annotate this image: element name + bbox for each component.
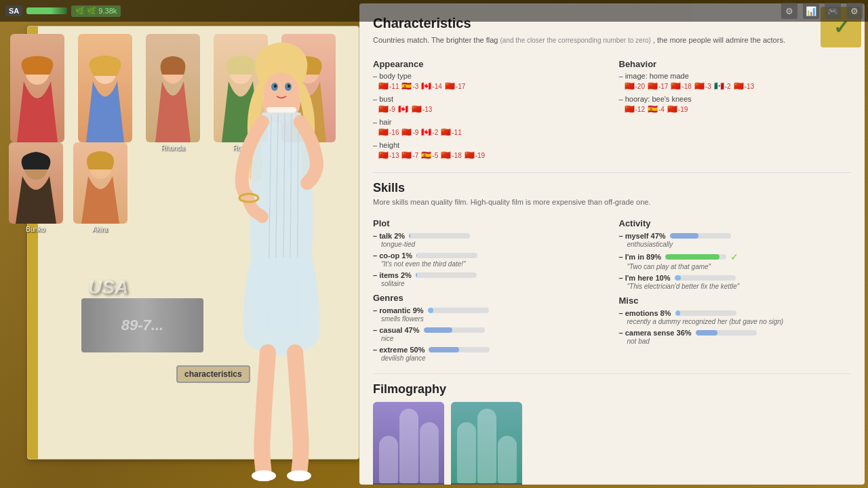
char-label-akira: Akira — [92, 226, 108, 233]
character-strip-2: Bunko Akira — [0, 136, 136, 240]
skill-imin-bar-fill — [665, 254, 719, 260]
skill-coop: – co-op 1% "It's not even the third date… — [373, 251, 606, 268]
game-icon[interactable]: 🎮 — [825, 3, 841, 19]
skill-talk-bar-row: – talk 2% — [373, 232, 606, 240]
hooray-attr: – hooray: bee's knees 🇨🇳-12 🇪🇸-4 🇨🇳-19 — [619, 95, 852, 114]
skill-imhere-desc: "This electrician'd better fix the kettl… — [627, 283, 852, 290]
skill-casual-bar-fill — [424, 327, 452, 333]
skill-extreme: – extreme 50% devilish glance — [373, 346, 606, 362]
flag-cn-2: 🇨🇳-17 — [445, 81, 465, 91]
flag-cn-14: 🇨🇳-18 — [671, 81, 691, 91]
skill-talk-bar-bg — [409, 233, 470, 239]
film-card-2[interactable]: Duck factory #2 — [451, 402, 522, 485]
flag-cn-18: 🇨🇳-19 — [667, 104, 688, 114]
skill-coop-bar-row: – co-op 1% — [373, 251, 606, 260]
flag-cn-11: 🇨🇳-19 — [465, 150, 485, 160]
char-card-akira[interactable]: Akira — [71, 142, 129, 233]
menu-icon[interactable]: ⚙ — [846, 3, 863, 19]
skill-emotions-label: – emotions 8% — [619, 309, 671, 317]
plot-column: Plot – talk 2% tongue-tied – co-op 1% — [373, 213, 606, 365]
main-character-model — [203, 20, 359, 481]
skill-imin-bar-bg — [665, 254, 726, 260]
appearance-column: Appearance – body type 🇨🇳-11 🇪🇸-3 🇨🇦-14 … — [373, 55, 606, 164]
height-attr: – height 🇨🇳-13 🇨🇳-7 🇪🇸-5 🇨🇳-18 🇨🇳-19 — [373, 141, 606, 160]
divider-2 — [373, 373, 851, 374]
skill-imin-bar-row: – I'm in 89% ✓ — [619, 251, 852, 262]
usa-label: USA — [88, 277, 128, 298]
svg-point-12 — [288, 85, 290, 88]
skill-extreme-bar-row: – extreme 50% — [373, 346, 606, 354]
flag-cn-7: 🇨🇳-11 — [441, 127, 461, 137]
flag-es-3: 🇪🇸-4 — [648, 104, 665, 114]
bust-attr: – bust 🇨🇳-9 🇨🇦 🇨🇳-13 — [373, 95, 606, 114]
hair-attr: – hair 🇨🇳-16 🇨🇳-9 🇨🇦-2 🇨🇳-11 — [373, 118, 606, 137]
checkmark-icon: ✓ — [730, 251, 738, 262]
char-label-bunko: Bunko — [26, 226, 45, 233]
skills-title: Skills — [373, 181, 851, 195]
skill-talk-desc: tongue-tied — [381, 241, 606, 248]
film-chars-2 — [457, 402, 517, 483]
film-char-shape-3 — [420, 422, 439, 483]
flag-ca-3: 🇨🇦-2 — [421, 127, 438, 137]
activity-column: Activity – myself 47% enthusiastically –… — [619, 213, 852, 365]
skill-camera-bar-row: – camera sense 36% — [619, 329, 852, 337]
skill-emotions: – emotions 8% recently a dummy recognize… — [619, 309, 852, 325]
image-label: – image: home made — [619, 72, 852, 80]
settings-icon[interactable]: ⚙ — [781, 3, 797, 19]
sa-badge: SA — [5, 5, 22, 16]
body-type-attr: – body type 🇨🇳-11 🇪🇸-3 🇨🇦-14 🇨🇳-17 — [373, 72, 606, 91]
hooray-flags: 🇨🇳-12 🇪🇸-4 🇨🇳-19 — [625, 104, 852, 114]
flag-cn-1: 🇨🇳-11 — [378, 81, 399, 91]
flag-ca-1: 🇨🇦-14 — [421, 81, 441, 91]
film-chars-1 — [379, 402, 439, 483]
skill-extreme-label: – extreme 50% — [373, 346, 425, 354]
film-row: Private Private #1 Duck factory #2 — [373, 402, 851, 485]
skill-items-label: – items 2% — [373, 271, 412, 279]
film-char-shape-2 — [399, 409, 418, 483]
skill-imin-label: – I'm in 89% — [619, 253, 662, 261]
money-display: 🌿 🌿 9.38k — [71, 5, 121, 17]
characteristics-button[interactable]: characteristics — [176, 365, 250, 383]
char-card-rhonda[interactable]: Rhonda — [142, 34, 203, 183]
char-label-rhonda: Rhonda — [161, 144, 184, 152]
skill-myself-bar-bg — [670, 233, 731, 239]
behavior-title: Behavior — [619, 59, 852, 69]
skill-coop-label: – co-op 1% — [373, 251, 412, 260]
film-card-1[interactable]: Private Private #1 — [373, 402, 444, 485]
skill-emotions-bar-fill — [675, 310, 680, 316]
skill-romantic-bar-fill — [428, 308, 433, 313]
characteristics-columns: Appearance – body type 🇨🇳-11 🇪🇸-3 🇨🇦-14 … — [373, 55, 851, 164]
flag-cn-6: 🇨🇳-9 — [401, 127, 418, 137]
main-panel: ✓ Characteristics Countries match. The b… — [359, 3, 865, 485]
svg-point-8 — [264, 73, 299, 110]
filmography-title: Filmography — [373, 382, 851, 396]
image-attr: – image: home made 🇨🇳-20 🇨🇳-17 🇨🇳-18 🇨🇳-… — [619, 72, 852, 91]
skill-imhere-bar-bg — [675, 275, 736, 281]
body-type-label: – body type — [373, 72, 606, 80]
skill-casual-bar-bg — [424, 327, 485, 333]
skill-romantic-bar-row: – romantic 9% — [373, 306, 606, 314]
skill-casual-label: – casual 47% — [373, 326, 420, 334]
film-char-shape-1 — [379, 436, 398, 483]
skill-extreme-bar-fill — [429, 347, 459, 352]
flag-es-2: 🇪🇸-5 — [421, 150, 438, 160]
skill-imhere-bar-row: – I'm here 10% — [619, 274, 852, 282]
money-icon: 🌿 — [75, 7, 85, 16]
svg-point-21 — [287, 470, 311, 481]
skill-imhere-bar-fill — [675, 275, 681, 281]
skill-coop-desc: "It's not even the third date!" — [381, 260, 606, 268]
skill-extreme-bar-bg — [429, 347, 490, 352]
skill-items: – items 2% solitaire — [373, 271, 606, 287]
svg-point-11 — [274, 85, 277, 88]
lighter-object: 89-7... — [81, 298, 203, 352]
stats-icon[interactable]: 📊 — [803, 3, 819, 19]
svg-rect-13 — [267, 107, 296, 113]
skill-items-bar-bg — [416, 272, 477, 278]
flag-cn-4: 🇨🇳-13 — [412, 104, 432, 114]
flag-cn-13: 🇨🇳-17 — [648, 81, 668, 91]
appearance-title: Appearance — [373, 59, 606, 69]
height-flags: 🇨🇳-13 🇨🇳-7 🇪🇸-5 🇨🇳-18 🇨🇳-19 — [378, 150, 606, 160]
skill-talk-bar-fill — [409, 233, 410, 239]
flag-cn-8: 🇨🇳-13 — [378, 150, 399, 160]
char-card-bunko[interactable]: Bunko — [7, 142, 64, 233]
